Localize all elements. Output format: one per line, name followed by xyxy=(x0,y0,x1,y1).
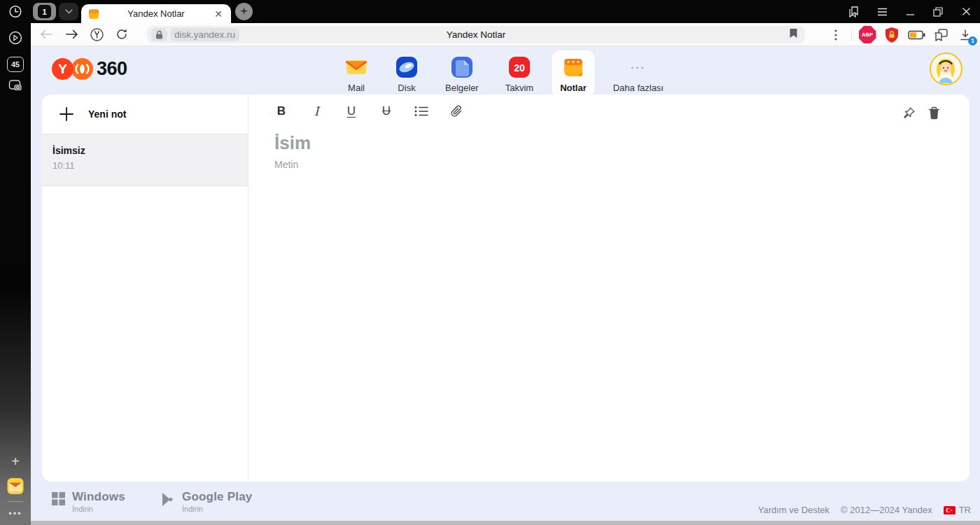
nav-item-more[interactable]: ··· Daha fazlası xyxy=(605,50,672,97)
screenshot-icon[interactable] xyxy=(7,77,24,94)
help-support-link[interactable]: Yardım ve Destek xyxy=(758,505,830,515)
disk-icon xyxy=(395,55,419,79)
tab-group-button[interactable]: 1 xyxy=(33,3,56,20)
windows-download-link[interactable]: Windows İndirin xyxy=(52,490,125,513)
attachment-button[interactable] xyxy=(449,103,464,120)
yandex-protect-icon[interactable] xyxy=(84,24,109,44)
new-note-button[interactable]: Yeni not xyxy=(42,94,248,134)
page-footer: Windows İndirin Google Play İndirin Yard… xyxy=(31,482,980,521)
yandex-y-icon: Y xyxy=(52,58,74,80)
url-domain[interactable]: disk.yandex.ru xyxy=(170,28,239,41)
restore-icon[interactable] xyxy=(924,0,952,23)
footer-links: Yardım ve Destek © 2012—2024 Yandex TR xyxy=(758,505,971,515)
yandex-360-icon xyxy=(71,58,93,80)
reload-icon[interactable] xyxy=(109,24,134,44)
adblock-plus-icon[interactable]: ABP xyxy=(858,26,876,44)
yandex-notes-page: Y 360 Mail Disk xyxy=(31,46,980,525)
notes-list-panel: Yeni not İsimsiz 10:11 xyxy=(42,94,248,482)
bold-button[interactable]: B xyxy=(274,103,289,120)
battery-icon[interactable] xyxy=(907,26,925,44)
store-subtitle: İndirin xyxy=(72,505,125,513)
toolbar-extensions: ABP 1 xyxy=(827,23,974,46)
yandex-mail-shortcut-icon[interactable] xyxy=(7,477,24,495)
nav-label: Daha fazlası xyxy=(613,83,664,93)
menu-icon[interactable] xyxy=(868,0,896,23)
delete-note-button[interactable] xyxy=(926,104,941,121)
note-title-input[interactable]: İsim xyxy=(274,132,484,154)
tab-list-chevron-icon[interactable] xyxy=(59,3,78,20)
window-controls xyxy=(840,0,980,23)
browser-side-rail: 45 + ••• xyxy=(0,0,31,525)
nav-label: Takvim xyxy=(505,83,533,93)
mail-icon xyxy=(344,55,368,79)
notes-app-card: Yeni not İsimsiz 10:11 B I U U xyxy=(42,94,969,482)
bookmark-icon[interactable] xyxy=(789,28,798,41)
kebab-menu-icon[interactable] xyxy=(827,26,845,44)
windows-icon xyxy=(52,492,65,505)
browser-toolbar: disk.yandex.ru Yandex Notlar ABP xyxy=(31,23,980,46)
strikethrough-button[interactable]: U xyxy=(379,103,394,120)
editor-toolbar: B I U U xyxy=(274,103,464,120)
note-body-input[interactable]: Metin xyxy=(274,159,484,170)
side-panel-icon[interactable] xyxy=(840,0,868,23)
close-window-icon[interactable] xyxy=(952,0,980,23)
video-play-icon[interactable] xyxy=(8,30,23,46)
new-note-label: Yeni not xyxy=(88,108,126,120)
history-icon[interactable] xyxy=(8,4,23,19)
address-bar[interactable]: disk.yandex.ru Yandex Notlar xyxy=(147,26,805,43)
lock-icon[interactable] xyxy=(151,28,167,41)
nav-label: Belgeler xyxy=(445,83,479,93)
page-header: Y 360 Mail Disk xyxy=(31,46,980,94)
forward-icon[interactable] xyxy=(59,24,84,44)
rail-divider xyxy=(8,501,23,502)
rail-add-icon[interactable]: + xyxy=(11,454,20,470)
note-list-item[interactable]: İsimsiz 10:11 xyxy=(42,134,248,186)
google-play-download-link[interactable]: Google Play İndirin xyxy=(161,490,252,513)
google-play-icon xyxy=(161,492,175,507)
back-icon[interactable] xyxy=(34,24,59,44)
tab-favicon-notes-icon xyxy=(88,8,99,20)
editor-actions xyxy=(901,104,941,121)
italic-button[interactable]: I xyxy=(309,103,324,120)
plus-icon xyxy=(59,106,74,122)
tab-title: Yandex Notlar xyxy=(99,8,213,19)
note-editor: B I U U xyxy=(248,94,969,482)
turkey-flag-icon xyxy=(944,506,955,514)
nav-item-documents[interactable]: Belgeler xyxy=(437,50,487,97)
nav-item-notes[interactable]: Notlar xyxy=(552,50,595,97)
download-count-badge: 1 xyxy=(968,36,977,46)
notes-icon xyxy=(561,55,585,79)
nav-label: Notlar xyxy=(560,83,587,93)
nav-item-disk[interactable]: Disk xyxy=(386,50,427,97)
app-navigation: Mail Disk Belgeler 20 xyxy=(336,50,672,97)
browser-window: 45 + ••• 1 Yandex Notlar ✕ + xyxy=(0,0,980,525)
tab-yandex-notlar[interactable]: Yandex Notlar ✕ xyxy=(81,4,231,23)
collections-icon[interactable] xyxy=(932,26,950,44)
nav-item-mail[interactable]: Mail xyxy=(336,50,377,97)
store-title: Windows xyxy=(72,490,125,504)
documents-icon xyxy=(450,55,474,79)
tab-close-icon[interactable]: ✕ xyxy=(213,8,224,20)
logo-360-text: 360 xyxy=(97,58,127,80)
store-subtitle: İndirin xyxy=(182,505,252,513)
store-title: Google Play xyxy=(182,490,252,504)
calendar-icon: 20 xyxy=(507,55,531,79)
minimize-icon[interactable] xyxy=(896,0,924,23)
copyright-text: © 2012—2024 Yandex xyxy=(841,505,932,515)
new-tab-button[interactable]: + xyxy=(235,3,253,20)
page-title: Yandex Notlar xyxy=(147,29,805,40)
speed-score-badge[interactable]: 45 xyxy=(7,57,24,72)
underline-button[interactable]: U xyxy=(344,103,359,120)
rail-more-icon[interactable]: ••• xyxy=(8,508,22,519)
user-avatar[interactable] xyxy=(930,52,962,85)
more-apps-icon: ··· xyxy=(626,55,650,79)
pin-note-button[interactable] xyxy=(901,104,916,121)
yandex-360-logo[interactable]: Y 360 xyxy=(52,58,127,80)
tab-bar: 1 Yandex Notlar ✕ + xyxy=(31,0,980,23)
downloads-icon[interactable]: 1 xyxy=(956,26,974,44)
language-selector[interactable]: TR xyxy=(944,505,971,515)
protect-shield-icon[interactable] xyxy=(883,26,901,44)
tab-count-badge: 1 xyxy=(38,5,51,18)
list-button[interactable] xyxy=(414,103,429,120)
nav-item-calendar[interactable]: 20 Takvim xyxy=(497,50,542,97)
